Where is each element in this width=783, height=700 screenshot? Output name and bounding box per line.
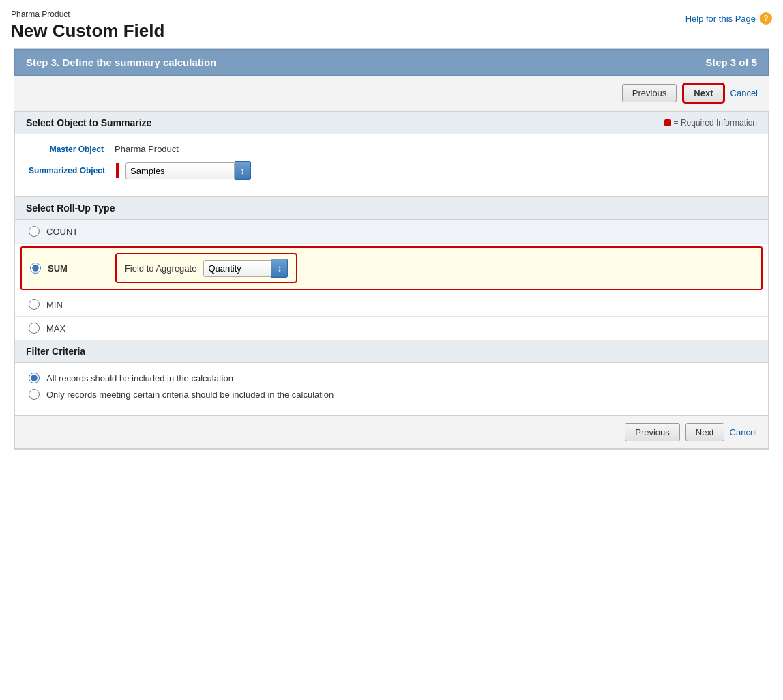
rollup-body: COUNT SUM Field to Aggregate Quantity Am…: [15, 220, 768, 340]
summarized-object-row: Summarized Object Samples Contacts Oppor…: [29, 161, 754, 180]
filter-criteria-radio[interactable]: [29, 389, 40, 400]
top-cancel-link[interactable]: Cancel: [730, 88, 758, 98]
page-header-left: Pharma Product New Custom Field: [11, 10, 164, 42]
rollup-count-label: COUNT: [46, 227, 78, 237]
rollup-sum-row: SUM Field to Aggregate Quantity Amount T…: [20, 246, 763, 290]
filter-criteria-label: Only records meeting certain criteria sh…: [46, 390, 334, 400]
bottom-action-bar: Previous Next Cancel: [14, 415, 769, 449]
master-object-row: Master Object Pharma Product: [29, 144, 754, 154]
step-indicator: Step 3 of 5: [705, 57, 757, 68]
select-object-title-bar: Select Object to Summarize = Required In…: [15, 112, 768, 134]
field-aggregate-chevron-icon: ↕: [271, 259, 288, 278]
rollup-count-row: COUNT: [15, 220, 768, 244]
summarized-object-label: Summarized Object: [29, 166, 105, 175]
help-icon: ?: [760, 12, 772, 25]
rollup-max-label: MAX: [46, 323, 65, 334]
filter-title-bar: Filter Criteria: [15, 340, 768, 363]
rollup-title: Select Roll-Up Type: [26, 203, 757, 214]
field-aggregate-select-wrapper: Quantity Amount Total ↕: [203, 259, 288, 278]
page-title: New Custom Field: [11, 20, 164, 42]
filter-all-records-label: All records should be included in the ca…: [46, 373, 233, 383]
rollup-count-radio[interactable]: [29, 226, 40, 237]
required-bar: [116, 163, 119, 178]
filter-body: All records should be included in the ca…: [15, 363, 768, 415]
rollup-sum-label: SUM: [48, 263, 68, 274]
select-object-title: Select Object to Summarize: [26, 117, 151, 128]
bottom-cancel-link[interactable]: Cancel: [730, 427, 757, 437]
filter-title: Filter Criteria: [26, 346, 757, 357]
rollup-min-label: MIN: [46, 300, 63, 310]
filter-criteria-row: Only records meeting certain criteria sh…: [29, 389, 754, 400]
top-next-button[interactable]: Next: [682, 83, 724, 104]
required-info: = Required Information: [664, 118, 757, 128]
field-aggregate-select[interactable]: Quantity Amount Total: [203, 260, 271, 277]
bottom-previous-button[interactable]: Previous: [625, 423, 680, 441]
rollup-min-row: MIN: [15, 293, 768, 317]
step-header: Step 3. Define the summary calculation S…: [14, 49, 769, 76]
filter-all-records-row: All records should be included in the ca…: [29, 373, 754, 383]
select-object-section: Select Object to Summarize = Required In…: [14, 111, 769, 197]
help-link[interactable]: Help for this Page ?: [685, 12, 772, 25]
rollup-max-radio[interactable]: [29, 323, 40, 334]
product-name: Pharma Product: [11, 10, 164, 19]
field-aggregate-box: Field to Aggregate Quantity Amount Total…: [115, 253, 298, 283]
required-info-text: = Required Information: [674, 118, 757, 128]
field-aggregate-label: Field to Aggregate: [125, 263, 197, 274]
outer-border: Step 3. Define the summary calculation S…: [14, 48, 769, 450]
summarized-object-select[interactable]: Samples Contacts Opportunities: [125, 162, 235, 179]
page-header: Pharma Product New Custom Field Help for…: [0, 0, 783, 48]
bottom-next-button[interactable]: Next: [685, 423, 724, 441]
summarized-object-select-wrapper: Samples Contacts Opportunities ↕: [125, 161, 251, 180]
rollup-sum-radio[interactable]: [30, 263, 41, 274]
top-action-bar: Previous Next Cancel: [14, 76, 769, 111]
rollup-section: Select Roll-Up Type COUNT SUM Field to A…: [14, 197, 769, 340]
help-link-text: Help for this Page: [685, 14, 756, 24]
rollup-max-row: MAX: [15, 317, 768, 340]
step-title: Step 3. Define the summary calculation: [26, 57, 216, 68]
filter-all-records-radio[interactable]: [29, 373, 40, 383]
summarized-object-chevron-icon: ↕: [235, 161, 251, 180]
rollup-title-bar: Select Roll-Up Type: [15, 197, 768, 220]
required-dot: [664, 119, 671, 126]
master-object-label: Master Object: [29, 145, 104, 154]
top-previous-button[interactable]: Previous: [622, 84, 677, 102]
main-content: Step 3. Define the summary calculation S…: [0, 48, 783, 463]
filter-section: Filter Criteria All records should be in…: [14, 340, 769, 415]
rollup-min-radio[interactable]: [29, 299, 40, 310]
master-object-value: Pharma Product: [115, 144, 179, 154]
select-object-body: Master Object Pharma Product Summarized …: [15, 134, 768, 196]
